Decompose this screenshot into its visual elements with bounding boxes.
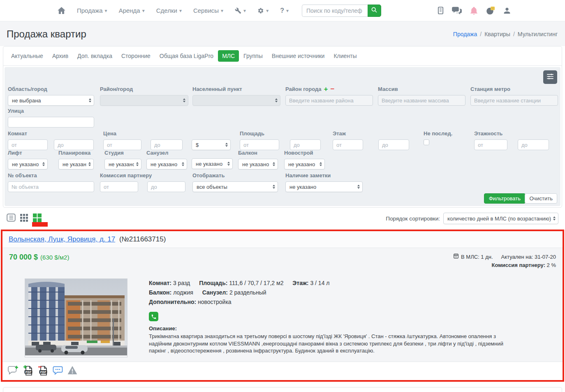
breadcrumb-multilisting: Мультилистинг xyxy=(518,31,558,37)
breadcrumb-link-prodazha[interactable]: Продажа xyxy=(453,31,477,37)
tab-dop-vkladka[interactable]: Доп. вкладка xyxy=(73,50,117,62)
remove-district-icon[interactable]: − xyxy=(330,87,334,92)
district-select[interactable] xyxy=(100,95,188,106)
floors-total-from-input[interactable] xyxy=(474,139,507,150)
area-detail-label: Площадь: xyxy=(199,280,227,286)
menu-arenda[interactable]: Аренда xyxy=(115,5,149,16)
floor-from-input[interactable] xyxy=(333,139,363,150)
bathroom-select[interactable]: не указано xyxy=(146,159,187,169)
filter-button[interactable]: Фильтровать xyxy=(484,193,526,204)
menu-tools[interactable] xyxy=(231,5,250,16)
sort-label: Порядок сортировки: xyxy=(386,216,440,222)
elevator-select[interactable]: не указано xyxy=(8,159,48,169)
wrench-icon xyxy=(235,7,241,14)
metro-input[interactable] xyxy=(470,95,558,106)
warning-icon[interactable] xyxy=(67,366,77,376)
tab-gruppy[interactable]: Группы xyxy=(239,50,267,62)
filter-settings-button[interactable] xyxy=(543,70,557,84)
filter-panel: Область/город не выбрана Район/город Нас… xyxy=(5,67,560,206)
pdf-add-icon[interactable]: PDF xyxy=(23,365,33,377)
global-search-input[interactable] xyxy=(302,5,368,17)
area-to-input[interactable] xyxy=(290,139,321,150)
display-select[interactable]: все объекты xyxy=(192,181,278,192)
menu-help[interactable]: ? xyxy=(276,5,293,17)
notifications-bell-icon[interactable] xyxy=(470,6,478,15)
commission-to-input[interactable] xyxy=(147,181,185,192)
layout-select[interactable]: не указано xyxy=(58,159,94,169)
pdf-remove-icon[interactable]: PDF xyxy=(38,365,48,377)
device-icon[interactable] xyxy=(438,7,444,14)
floors-total-label: Этажность xyxy=(474,130,549,137)
menu-servisy[interactable]: Сервисы xyxy=(189,5,227,16)
listing1-price-per-m2: (630 $/м2) xyxy=(40,254,69,261)
svg-text:PDF: PDF xyxy=(40,371,46,374)
note-label: Наличие заметки xyxy=(285,172,363,179)
extra-filter-select[interactable]: не указано xyxy=(192,158,233,169)
select-arrows-icon xyxy=(275,98,278,102)
profile-icon[interactable] xyxy=(503,7,511,14)
home-icon xyxy=(58,7,65,14)
sliders-icon xyxy=(546,73,554,81)
tab-arhiv[interactable]: Архив xyxy=(48,50,73,62)
view-grid-small-icon[interactable] xyxy=(20,213,28,223)
view-list-icon[interactable] xyxy=(7,213,16,223)
studio-label: Студия xyxy=(104,150,141,156)
rooms-to-input[interactable] xyxy=(54,139,94,150)
sort-select[interactable]: количество дней в МЛС (по возрастанию) xyxy=(443,213,558,224)
balcony-select[interactable]: не указано xyxy=(238,159,278,169)
layout-label: Планировка xyxy=(58,150,94,156)
add-district-icon[interactable]: + xyxy=(324,87,328,92)
area-from-input[interactable] xyxy=(240,139,279,150)
bathroom-detail-value: 2 раздельный xyxy=(229,289,266,296)
listing1-photo[interactable] xyxy=(25,278,127,357)
object-id-input[interactable] xyxy=(8,181,94,192)
select-arrows-icon xyxy=(320,162,322,166)
price-to-input[interactable] xyxy=(151,139,183,150)
massif-input[interactable] xyxy=(378,95,465,106)
rooms-from-input[interactable] xyxy=(8,139,48,150)
help-icon: ? xyxy=(280,7,284,14)
page-header: Продажа квартир Продажа / Квартиры / Мул… xyxy=(0,21,565,46)
messages-icon[interactable] xyxy=(452,7,462,14)
coins-icon[interactable] xyxy=(486,6,495,15)
price-from-input[interactable] xyxy=(103,139,141,150)
listing1-title-link[interactable]: Волынская, Луцк, Яровиця, д. 17 xyxy=(9,235,115,243)
menu-sdelki[interactable]: Сделки xyxy=(152,5,186,16)
comment-add-icon[interactable] xyxy=(8,365,19,377)
note-select[interactable]: не указано xyxy=(285,181,363,192)
breadcrumb: Продажа / Квартиры / Мультилистинг xyxy=(453,31,558,37)
floor-to-input[interactable] xyxy=(378,139,409,150)
viber-phone-icon[interactable] xyxy=(149,312,158,321)
search-button[interactable] xyxy=(368,5,381,17)
not-last-checkbox[interactable] xyxy=(424,139,429,145)
top-navbar: Продажа Аренда Сделки Сервисы ? xyxy=(0,0,565,21)
region-select[interactable]: не выбрана xyxy=(8,95,94,106)
balcony-detail-value: лоджия xyxy=(173,289,193,296)
floor-label: Этаж xyxy=(333,130,409,137)
tab-obshchaya-baza[interactable]: Общая база LigaPro xyxy=(155,50,218,62)
new-building-label: Новострой xyxy=(284,150,325,156)
settlement-select[interactable] xyxy=(192,95,280,106)
studio-select[interactable]: не указано xyxy=(104,159,141,169)
chat-dots-icon[interactable] xyxy=(53,366,63,377)
tab-storonnie[interactable]: Сторонние xyxy=(117,50,155,62)
commission-from-input[interactable] xyxy=(100,181,138,192)
new-building-select[interactable]: не указано xyxy=(284,159,325,169)
home-button[interactable] xyxy=(53,5,69,16)
floors-total-to-input[interactable] xyxy=(518,139,549,150)
city-district-input[interactable] xyxy=(285,95,373,106)
listing1-commission-label: Комиссия партнеру: xyxy=(492,262,545,268)
tab-mls-active[interactable]: МЛС xyxy=(218,50,239,62)
listing1-actions: PDF PDF xyxy=(2,362,563,380)
street-input[interactable] xyxy=(8,117,94,128)
currency-select[interactable]: $ xyxy=(192,139,231,150)
select-arrows-icon xyxy=(357,185,360,189)
tab-vneshnie-istochniki[interactable]: Внешние источники xyxy=(267,50,329,62)
clear-button[interactable]: Очистить xyxy=(525,193,557,204)
tab-aktualnye[interactable]: Актуальные xyxy=(7,50,48,62)
balcony-label: Балкон xyxy=(238,150,278,156)
menu-settings[interactable] xyxy=(253,5,273,16)
tab-klienty[interactable]: Клиенты xyxy=(329,50,361,62)
menu-prodazha[interactable]: Продажа xyxy=(73,5,111,16)
filters-card: Актуальные Архив Доп. вкладка Сторонние … xyxy=(3,46,562,208)
